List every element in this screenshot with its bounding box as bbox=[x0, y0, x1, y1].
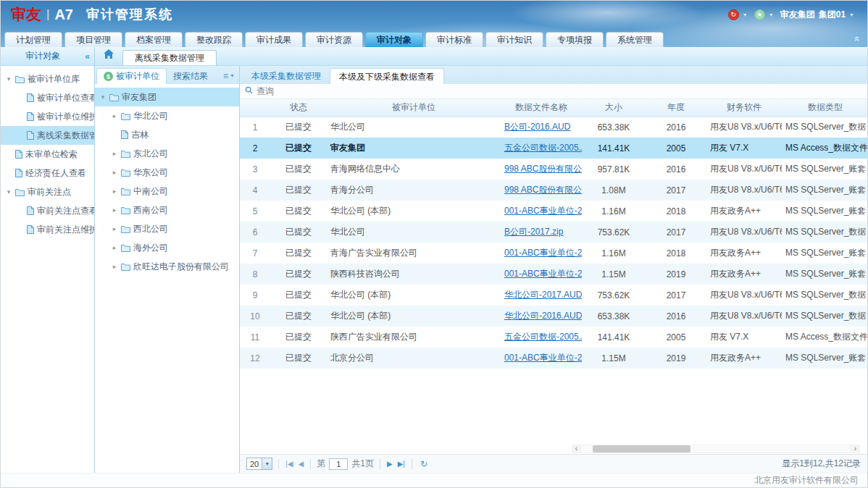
next-page-button[interactable]: ▶ bbox=[386, 460, 393, 468]
file-link[interactable]: B公司-2017.zip bbox=[504, 227, 563, 237]
table-row[interactable]: 3已提交青海网络信息中心998 ABC股份有限公司 ABC股份有限公司957.8… bbox=[240, 159, 868, 180]
nav-tab[interactable]: 项目管理 bbox=[64, 32, 122, 47]
table-row[interactable]: 2已提交审友集团五金公司数据-2005.AUD141.41K2005用友 V7.… bbox=[240, 138, 868, 159]
file-link[interactable]: 五金公司数据-2005.AUD bbox=[504, 332, 582, 342]
nav-tab[interactable]: 整改跟踪 bbox=[185, 32, 243, 47]
user-name-label[interactable]: 集团01 bbox=[819, 9, 846, 21]
horizontal-scrollbar[interactable]: ‹ › bbox=[572, 445, 860, 453]
table-row[interactable]: 11已提交陕西广告实业有限公司五金公司数据-2005.AUD141.41K200… bbox=[240, 327, 868, 348]
unit-tree-item[interactable]: ▸东北公司 bbox=[95, 144, 239, 163]
nav-tab[interactable]: 审计对象 bbox=[365, 32, 423, 47]
table-row[interactable]: 10已提交华北公司 (本部)华北公司-2016.AUD653.38K2016用友… bbox=[240, 306, 868, 327]
sidebar-tree-item[interactable]: 被审计单位查看 bbox=[1, 88, 94, 107]
sidebar-tree-item[interactable]: 未审单位检索 bbox=[1, 145, 94, 164]
expand-closed-arrow-icon[interactable]: ▸ bbox=[111, 206, 118, 214]
table-row[interactable]: 1已提交华北公司B公司-2016.AUD653.38K2016用友U8 V8.x… bbox=[240, 117, 868, 138]
file-link[interactable]: 998 ABC股份有限公司 ABC股份有限公司 bbox=[504, 164, 582, 174]
tab-local-collect-manage[interactable]: 本级采集数据管理 bbox=[243, 68, 330, 84]
expand-open-arrow-icon[interactable]: ▾ bbox=[99, 93, 107, 101]
unit-tree-item[interactable]: ▸海外公司 bbox=[95, 238, 239, 257]
cell-file-name: 华北公司-2017.AUD bbox=[501, 285, 582, 306]
expand-closed-arrow-icon[interactable]: ▸ bbox=[111, 169, 118, 176]
collapse-up-icon[interactable]: « bbox=[852, 36, 863, 41]
tab-audited-units[interactable]: $ 被审计单位 bbox=[96, 68, 167, 84]
file-link[interactable]: 五金公司数据-2005.AUD bbox=[504, 143, 582, 153]
nav-tab[interactable]: 审计成果 bbox=[245, 32, 303, 47]
unit-tree-item[interactable]: ▸中南公司 bbox=[95, 182, 239, 201]
expand-closed-arrow-icon[interactable]: ▸ bbox=[111, 188, 118, 195]
unit-tree-item[interactable]: ▾审友集团 bbox=[95, 88, 239, 106]
scroll-left-icon[interactable]: ‹ bbox=[572, 445, 581, 453]
file-link[interactable]: 001-ABC事业单位-2019(1).AUD bbox=[504, 353, 582, 363]
last-page-button[interactable]: ▶| bbox=[397, 460, 406, 468]
scroll-thumb[interactable] bbox=[593, 445, 690, 453]
expand-closed-arrow-icon[interactable]: ▸ bbox=[111, 112, 118, 119]
expand-closed-arrow-icon[interactable]: ▸ bbox=[111, 263, 118, 270]
col-size: 大小 bbox=[582, 99, 646, 117]
nav-tab[interactable]: 专项填报 bbox=[546, 32, 604, 47]
file-link[interactable]: 001-ABC事业单位-2019.AUD bbox=[504, 269, 582, 279]
nav-tab[interactable]: 审计标准 bbox=[425, 32, 483, 47]
unit-tree-item[interactable]: ▸西南公司 bbox=[95, 201, 239, 219]
sidebar-tree-item[interactable]: 经济责任人查看 bbox=[1, 164, 94, 182]
nav-tab[interactable]: 计划管理 bbox=[4, 32, 62, 47]
phone-icon[interactable]: ↻ bbox=[728, 9, 739, 20]
expand-open-arrow-icon[interactable]: ▾ bbox=[5, 75, 12, 83]
sidebar-tree-item[interactable]: ▾被审计单位库 bbox=[1, 70, 94, 88]
table-row[interactable]: 4已提交青海分公司998 ABC股份有限公司 ABC股份有限公司1.08M201… bbox=[240, 180, 868, 201]
table-row[interactable]: 5已提交华北公司 (本部)001-ABC事业单位-2018(1).AUD1.16… bbox=[240, 201, 868, 222]
panel-menu-icon[interactable]: ≡▼ bbox=[223, 71, 235, 81]
tab-search-results[interactable]: 搜索结果 bbox=[167, 68, 214, 84]
chevron-down-icon[interactable]: ▼ bbox=[769, 12, 774, 17]
chevron-down-icon[interactable]: ▼ bbox=[743, 12, 748, 17]
user-org-label[interactable]: 审友集团 bbox=[780, 9, 815, 21]
first-page-button[interactable]: |◀ bbox=[285, 460, 293, 468]
chevron-down-icon[interactable]: ▼ bbox=[849, 12, 854, 17]
file-link[interactable]: 001-ABC事业单位-2018.AUD bbox=[504, 248, 582, 258]
nav-tab[interactable]: 档案管理 bbox=[125, 32, 183, 47]
table-row[interactable]: 8已提交陕西科技咨询公司001-ABC事业单位-2019.AUD1.15M201… bbox=[240, 264, 868, 285]
table-row[interactable]: 9已提交华北公司 (本部)华北公司-2017.AUD753.62K2017用友U… bbox=[240, 285, 868, 306]
unit-tree-item[interactable]: 吉林 bbox=[95, 125, 239, 144]
collapse-left-icon[interactable]: « bbox=[85, 51, 90, 62]
file-link[interactable]: 华北公司-2017.AUD bbox=[504, 290, 582, 300]
cell-size: 653.38K bbox=[582, 117, 646, 138]
unit-tree-item[interactable]: ▸华东公司 bbox=[95, 163, 239, 182]
tab-local-and-sub-collect-view[interactable]: 本级及下级采集数据查看 bbox=[330, 68, 444, 84]
expand-closed-arrow-icon[interactable]: ▸ bbox=[111, 150, 118, 157]
file-link[interactable]: 华北公司-2016.AUD bbox=[504, 311, 582, 321]
expand-closed-arrow-icon[interactable]: ▸ bbox=[111, 225, 118, 232]
refresh-icon[interactable]: ↻ bbox=[420, 459, 427, 469]
nav-tab[interactable]: 审计资源 bbox=[305, 32, 363, 47]
breadcrumb-tab[interactable]: 离线采集数据管理 bbox=[122, 50, 217, 65]
scroll-track[interactable] bbox=[581, 445, 851, 453]
expand-closed-arrow-icon[interactable]: ▸ bbox=[111, 244, 118, 251]
table-row[interactable]: 6已提交华北公司B公司-2017.zip753.62K2017用友U8 V8.x… bbox=[240, 222, 868, 243]
unit-tree-item[interactable]: ▸欣旺达电子股份有限公司 bbox=[95, 257, 239, 276]
page-size-select[interactable]: 20 ▼ bbox=[246, 458, 272, 470]
table-row[interactable]: 12已提交北京分公司001-ABC事业单位-2019(1).AUD1.15M20… bbox=[240, 348, 868, 369]
table-row[interactable]: 7已提交青海广告实业有限公司001-ABC事业单位-2018.AUD1.16M2… bbox=[240, 243, 868, 264]
home-icon[interactable] bbox=[104, 49, 114, 61]
unit-tree-item[interactable]: ▸西北公司 bbox=[95, 219, 239, 238]
unit-tree-item[interactable]: ▸华北公司 bbox=[95, 106, 239, 125]
file-link[interactable]: B公司-2016.AUD bbox=[504, 122, 570, 132]
sidebar-tree-item[interactable]: 审前关注点维护 bbox=[1, 220, 94, 239]
expand-open-arrow-icon[interactable]: ▾ bbox=[5, 188, 12, 195]
file-link[interactable]: 001-ABC事业单位-2018(1).AUD bbox=[504, 206, 582, 216]
nav-tab[interactable]: 系统管理 bbox=[606, 32, 664, 47]
nav-tab[interactable]: 审计知识 bbox=[485, 32, 543, 47]
query-button[interactable]: 查询 bbox=[256, 85, 274, 98]
star-icon[interactable]: ★ bbox=[754, 9, 765, 20]
scroll-right-icon[interactable]: › bbox=[851, 445, 860, 453]
sidebar-tree-item[interactable]: 离线采集数据管理 bbox=[1, 126, 94, 145]
record-info: 显示1到12,共12记录 bbox=[782, 458, 861, 470]
cell-rownum: 12 bbox=[240, 348, 270, 369]
prev-page-button[interactable]: ◀ bbox=[298, 460, 305, 468]
file-link[interactable]: 998 ABC股份有限公司 ABC股份有限公司 bbox=[504, 185, 582, 195]
sidebar-tree-item[interactable]: 审前关注点查看 bbox=[1, 201, 94, 220]
page-number-input[interactable]: 1 bbox=[329, 458, 348, 470]
cell-year: 2016 bbox=[646, 159, 706, 180]
sidebar-tree-item[interactable]: 被审计单位维护 bbox=[1, 107, 94, 126]
sidebar-tree-item[interactable]: ▾审前关注点 bbox=[1, 182, 94, 201]
